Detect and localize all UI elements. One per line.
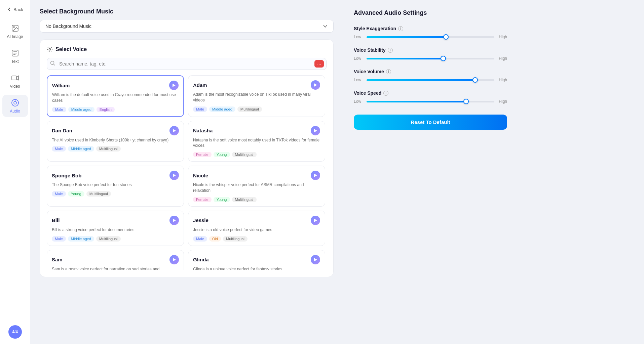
play-button[interactable] bbox=[169, 171, 179, 180]
tag: Middle aged bbox=[68, 107, 94, 112]
slider-track[interactable] bbox=[367, 101, 494, 102]
back-button[interactable]: Back bbox=[4, 5, 26, 13]
voice-card-william[interactable]: William William is the default voice use… bbox=[47, 75, 184, 117]
setting-voice-stability: Voice Stability i Low High bbox=[354, 47, 507, 61]
tag: Multilingual bbox=[237, 106, 262, 112]
setting-label: Voice Volume i bbox=[354, 69, 507, 74]
play-button[interactable] bbox=[169, 255, 179, 264]
slider-thumb[interactable] bbox=[472, 77, 478, 83]
sidebar-item-video-label: Video bbox=[10, 84, 20, 89]
voice-name: Glinda bbox=[193, 257, 209, 262]
voice-card-glinda[interactable]: Glinda Glinda is a unique voice perfect … bbox=[188, 250, 325, 270]
play-button[interactable] bbox=[311, 255, 320, 264]
voice-name: Jessie bbox=[193, 217, 209, 223]
slider-track[interactable] bbox=[367, 79, 494, 81]
svg-marker-20 bbox=[314, 219, 317, 222]
setting-voice-speed: Voice Speed i Low High bbox=[354, 90, 507, 104]
slider-row: Low High bbox=[354, 99, 507, 104]
voice-desc: Adam is the most recognizable voice on T… bbox=[193, 92, 320, 103]
slider-row: Low High bbox=[354, 78, 507, 82]
info-icon: i bbox=[383, 91, 388, 96]
voice-desc: Bill is a strong voice perfect for docum… bbox=[52, 227, 179, 233]
play-button[interactable] bbox=[169, 126, 179, 135]
chevron-down-icon bbox=[323, 24, 328, 29]
bg-music-dropdown[interactable]: No Background Music bbox=[40, 20, 334, 33]
voice-tags: MaleOldMultilingual bbox=[193, 236, 320, 242]
svg-point-10 bbox=[49, 49, 51, 50]
sidebar-item-audio[interactable]: Audio bbox=[2, 95, 28, 117]
tag: Male bbox=[193, 236, 207, 242]
tag: Middle aged bbox=[68, 236, 94, 242]
voice-card-bill[interactable]: Bill Bill is a strong voice perfect for … bbox=[47, 211, 184, 246]
back-label: Back bbox=[13, 7, 23, 12]
right-panel: Advanced Audio Settings Style Exaggerati… bbox=[343, 0, 518, 344]
slider-low: Low bbox=[354, 35, 363, 39]
setting-label-text: Voice Speed bbox=[354, 90, 381, 96]
svg-line-12 bbox=[54, 64, 55, 66]
text-icon bbox=[10, 48, 20, 58]
tag: Young bbox=[214, 197, 230, 202]
play-button[interactable] bbox=[169, 81, 179, 90]
tag: Multilingual bbox=[96, 146, 121, 152]
voice-tags: MaleMiddle agedEnglish bbox=[52, 107, 179, 112]
voice-card-nicole[interactable]: Nicole Nicole is the whisper voice perfe… bbox=[188, 166, 325, 207]
voice-section-header: Select Voice bbox=[47, 46, 327, 52]
slider-fill bbox=[367, 101, 466, 102]
svg-marker-18 bbox=[314, 174, 317, 177]
setting-label: Voice Stability i bbox=[354, 47, 507, 53]
slider-high: High bbox=[498, 56, 507, 61]
tag: Male bbox=[52, 146, 66, 152]
tag: Young bbox=[214, 152, 230, 157]
svg-marker-22 bbox=[314, 258, 317, 261]
setting-label: Voice Speed i bbox=[354, 90, 507, 96]
voice-card-sponge-bob[interactable]: Sponge Bob The Sponge Bob voice perfect … bbox=[47, 166, 184, 207]
search-icon bbox=[50, 61, 55, 67]
play-button[interactable] bbox=[311, 171, 320, 180]
voice-desc: Jessie is a old voice perfect for video … bbox=[193, 227, 320, 233]
slider-track[interactable] bbox=[367, 58, 494, 59]
voice-card-adam[interactable]: Adam Adam is the most recognizable voice… bbox=[188, 75, 325, 117]
tag: Multilingual bbox=[86, 191, 111, 197]
main-content: Select Background Music No Background Mu… bbox=[30, 0, 343, 344]
tag: Young bbox=[68, 191, 84, 197]
slider-thumb[interactable] bbox=[443, 34, 449, 40]
search-input[interactable] bbox=[47, 58, 327, 70]
svg-marker-15 bbox=[173, 129, 176, 132]
tag: Male bbox=[193, 106, 207, 112]
setting-style-exaggeration: Style Exaggeration i Low High bbox=[354, 26, 507, 39]
sidebar-item-video[interactable]: Video bbox=[2, 70, 28, 92]
svg-point-1 bbox=[13, 27, 14, 28]
sidebar-item-ai-image-label: AI Image bbox=[7, 34, 23, 39]
voice-card-header: Dan Dan bbox=[52, 126, 179, 135]
play-button[interactable] bbox=[311, 126, 320, 135]
slider-thumb[interactable] bbox=[463, 99, 469, 104]
search-options-button[interactable]: ··· bbox=[314, 60, 324, 68]
voice-card-natasha[interactable]: Natasha Natasha is the soft voice most n… bbox=[188, 121, 325, 162]
info-icon: i bbox=[398, 26, 403, 31]
play-button[interactable] bbox=[311, 80, 320, 90]
sidebar-item-ai-image[interactable]: AI Image bbox=[2, 20, 28, 42]
voice-name: William bbox=[52, 83, 70, 88]
slider-row: Low High bbox=[354, 56, 507, 61]
slider-track[interactable] bbox=[367, 36, 494, 38]
slider-thumb[interactable] bbox=[441, 56, 446, 61]
svg-marker-14 bbox=[314, 83, 317, 87]
voice-card-header: Natasha bbox=[193, 126, 320, 135]
voice-name: Natasha bbox=[193, 128, 213, 133]
play-button[interactable] bbox=[169, 216, 179, 225]
voice-card-jessie[interactable]: Jessie Jessie is a old voice perfect for… bbox=[188, 211, 325, 246]
slider-low: Low bbox=[354, 56, 363, 61]
slider-fill bbox=[367, 36, 446, 38]
voice-name: Adam bbox=[193, 82, 207, 88]
voice-desc: Nicole is the whisper voice perfect for … bbox=[193, 182, 320, 194]
play-button[interactable] bbox=[311, 216, 320, 225]
voice-card-sam[interactable]: Sam Sam is a raspy voice perfect for nar… bbox=[47, 250, 184, 270]
sidebar-item-text[interactable]: Text bbox=[2, 45, 28, 67]
svg-point-8 bbox=[14, 101, 16, 104]
tag: Middle aged bbox=[68, 146, 94, 152]
reset-to-default-button[interactable]: Reset To Default bbox=[354, 115, 507, 130]
voice-desc: The AI voice used in Kimberly Shorts (10… bbox=[52, 137, 179, 143]
svg-marker-13 bbox=[173, 84, 176, 87]
avatar: 4/4 bbox=[8, 325, 22, 339]
voice-card-dan-dan[interactable]: Dan Dan The AI voice used in Kimberly Sh… bbox=[47, 121, 184, 162]
